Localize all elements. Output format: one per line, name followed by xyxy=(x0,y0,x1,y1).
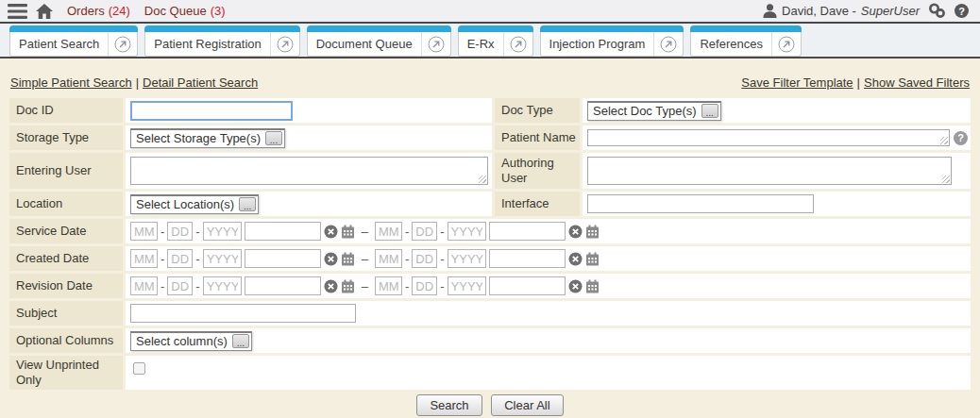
link-separator: | xyxy=(136,75,139,90)
date-from-relative-input[interactable] xyxy=(245,249,321,268)
date-from-day-input[interactable] xyxy=(167,276,193,295)
date-from-relative-input[interactable] xyxy=(245,222,321,241)
entering-user-input[interactable] xyxy=(130,157,488,185)
link-icon[interactable] xyxy=(928,3,946,19)
calendar-icon[interactable] xyxy=(341,279,355,293)
date-to-day-input[interactable] xyxy=(412,276,437,295)
nav-orders-link[interactable]: Orders (24) xyxy=(67,4,130,18)
date-separator: - xyxy=(440,279,444,293)
date-from-year-input[interactable] xyxy=(203,222,242,241)
doc-type-label: Doc Type xyxy=(495,98,580,123)
open-in-new-window-icon[interactable] xyxy=(271,32,299,56)
calendar-icon[interactable] xyxy=(585,252,600,266)
location-picker-button[interactable]: ... xyxy=(239,197,256,211)
clear-date-icon[interactable] xyxy=(568,252,583,266)
location-picker[interactable]: Select Location(s) ... xyxy=(130,194,259,214)
show-saved-filters-link[interactable]: Show Saved Filters xyxy=(864,75,970,90)
resize-handle[interactable] xyxy=(942,176,950,183)
date-to-month-input[interactable] xyxy=(375,222,402,241)
user-role: SuperUser xyxy=(861,4,920,18)
date-from-month-input[interactable] xyxy=(130,276,158,295)
date-to-day-input[interactable] xyxy=(412,249,437,268)
date-separator: - xyxy=(161,225,164,239)
patient-name-input[interactable] xyxy=(587,129,950,146)
save-filter-template-link[interactable]: Save Filter Template xyxy=(741,75,853,90)
optional-columns-picker-button[interactable]: ... xyxy=(232,334,249,348)
clear-date-icon[interactable] xyxy=(324,252,338,266)
date-from-month-input[interactable] xyxy=(130,249,158,268)
tab-label: Document Queue xyxy=(308,32,422,56)
clear-all-button[interactable]: Clear All xyxy=(491,394,563,416)
tab-document-queue[interactable]: Document Queue xyxy=(307,25,451,57)
calendar-icon[interactable] xyxy=(585,225,600,239)
location-cell: Select Location(s) ... xyxy=(126,192,492,216)
detail-patient-search-link[interactable]: Detail Patient Search xyxy=(143,75,258,90)
date-to-year-input[interactable] xyxy=(448,249,486,268)
clear-date-icon[interactable] xyxy=(324,225,338,239)
entering-user-cell xyxy=(126,153,492,189)
resize-handle[interactable] xyxy=(940,137,948,144)
open-in-new-window-icon[interactable] xyxy=(504,32,532,56)
date-from-year-input[interactable] xyxy=(203,276,242,295)
patient-name-help-icon[interactable]: ? xyxy=(954,131,968,145)
open-in-new-window-icon[interactable] xyxy=(654,32,683,56)
date-separator: - xyxy=(405,279,409,293)
storage-type-picker[interactable]: Select Storage Type(s) ... xyxy=(130,128,285,148)
date-to-relative-input[interactable] xyxy=(489,276,566,295)
doc-queue-label: Doc Queue xyxy=(144,4,207,18)
tab-patient-registration[interactable]: Patient Registration xyxy=(144,25,299,57)
tab-references[interactable]: References xyxy=(690,25,801,57)
clear-date-icon[interactable] xyxy=(568,279,583,293)
storage-type-label: Storage Type xyxy=(9,125,123,150)
calendar-icon[interactable] xyxy=(341,225,355,239)
date-from-year-input[interactable] xyxy=(203,249,242,268)
open-in-new-window-icon[interactable] xyxy=(422,32,450,56)
tab-label: E-Rx xyxy=(459,32,504,56)
open-in-new-window-icon[interactable] xyxy=(109,32,137,56)
clear-date-icon[interactable] xyxy=(324,279,338,293)
calendar-icon[interactable] xyxy=(341,252,355,266)
tab-patient-search[interactable]: Patient Search xyxy=(9,25,138,57)
tab-injection-program[interactable]: Injection Program xyxy=(540,25,684,57)
home-icon[interactable] xyxy=(36,4,53,19)
doc-queue-count-badge: (3) xyxy=(211,4,226,18)
help-icon[interactable]: ? xyxy=(955,4,969,18)
date-to-month-input[interactable] xyxy=(375,276,402,295)
date-to-year-input[interactable] xyxy=(448,222,486,241)
date-to-relative-input[interactable] xyxy=(489,222,566,241)
optional-columns-picker[interactable]: Select column(s) ... xyxy=(130,331,252,351)
calendar-icon[interactable] xyxy=(585,279,600,293)
date-to-relative-input[interactable] xyxy=(489,249,566,268)
tab-accent-bar xyxy=(540,25,684,32)
service-date-label: Service Date xyxy=(9,219,123,243)
view-unprinted-only-checkbox[interactable] xyxy=(133,362,145,375)
doc-type-picker-text: Select Doc Type(s) xyxy=(593,104,697,118)
search-button[interactable]: Search xyxy=(416,394,482,416)
filter-links-row: Simple Patient Search|Detail Patient Sea… xyxy=(0,75,980,90)
date-from-relative-input[interactable] xyxy=(245,276,321,295)
view-unprinted-only-cell xyxy=(126,356,971,390)
tab-e-rx[interactable]: E-Rx xyxy=(458,25,533,57)
storage-type-picker-button[interactable]: ... xyxy=(265,131,282,145)
tab-label: References xyxy=(691,32,771,56)
resize-handle[interactable] xyxy=(479,176,486,183)
authoring-user-input[interactable] xyxy=(587,157,952,185)
date-range-separator: – xyxy=(362,225,368,239)
doc-type-picker-button[interactable]: ... xyxy=(701,104,718,118)
simple-patient-search-link[interactable]: Simple Patient Search xyxy=(10,75,132,90)
user-menu[interactable]: David, Dave - SuperUser xyxy=(763,4,920,18)
date-from-day-input[interactable] xyxy=(167,222,193,241)
clear-date-icon[interactable] xyxy=(568,225,583,239)
nav-doc-queue-link[interactable]: Doc Queue (3) xyxy=(144,4,226,18)
date-to-year-input[interactable] xyxy=(448,276,486,295)
doc-type-picker[interactable]: Select Doc Type(s) ... xyxy=(587,101,721,121)
doc-id-input[interactable] xyxy=(130,101,293,121)
date-to-month-input[interactable] xyxy=(375,249,402,268)
open-in-new-window-icon[interactable] xyxy=(772,32,801,56)
interface-input[interactable] xyxy=(587,194,814,213)
date-from-day-input[interactable] xyxy=(167,249,193,268)
subject-input[interactable] xyxy=(130,304,356,323)
menu-icon[interactable] xyxy=(8,4,27,19)
date-from-month-input[interactable] xyxy=(130,222,158,241)
date-to-day-input[interactable] xyxy=(412,222,437,241)
